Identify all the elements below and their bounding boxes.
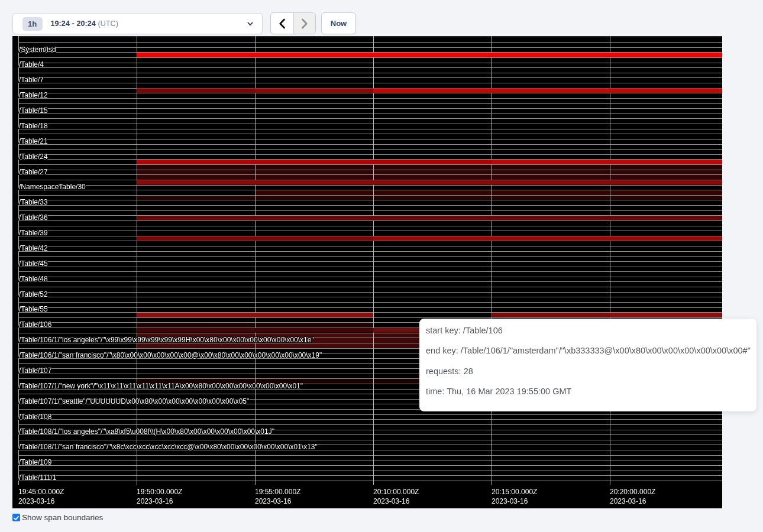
svg-text:19:50:00.000Z: 19:50:00.000Z (137, 488, 182, 496)
svg-text:/Table/108: /Table/108 (19, 413, 52, 421)
svg-text:/Table/108/1/"san francisco"/": /Table/108/1/"san francisco"/"\x8c\xcc\x… (19, 443, 318, 451)
svg-text:/System/tsd: /System/tsd (19, 46, 56, 54)
svg-text:20:15:00.000Z: 20:15:00.000Z (492, 488, 537, 496)
svg-text:/Table/15: /Table/15 (19, 106, 48, 115)
svg-text:2023-03-16: 2023-03-16 (492, 497, 528, 505)
svg-text:/Table/21: /Table/21 (19, 137, 48, 145)
svg-text:19:55:00.000Z: 19:55:00.000Z (255, 488, 300, 496)
svg-text:/Table/106/1/"san francisco"/": /Table/106/1/"san francisco"/"\x80\x00\x… (19, 351, 322, 359)
svg-text:/Table/111/1: /Table/111/1 (19, 473, 57, 482)
svg-text:/Table/27: /Table/27 (19, 168, 48, 176)
svg-text:/Table/12: /Table/12 (19, 91, 48, 99)
svg-text:/NamespaceTable/30: /NamespaceTable/30 (19, 183, 86, 191)
svg-text:/Table/106: /Table/106 (19, 320, 52, 329)
svg-text:2023-03-16: 2023-03-16 (610, 497, 646, 505)
svg-text:/Table/36: /Table/36 (19, 213, 48, 222)
svg-text:/Table/55: /Table/55 (19, 305, 48, 313)
svg-text:/Table/48: /Table/48 (19, 275, 48, 283)
svg-text:/Table/107/1/"new york"/"\x11\: /Table/107/1/"new york"/"\x11\x11\x11\x1… (19, 382, 303, 390)
svg-text:/Table/107/1/"seattle"/"UUUUUU: /Table/107/1/"seattle"/"UUUUUUD\x00\x80\… (19, 397, 249, 406)
svg-text:/Table/52: /Table/52 (19, 290, 48, 299)
svg-text:2023-03-16: 2023-03-16 (255, 497, 292, 505)
svg-text:2023-03-16: 2023-03-16 (373, 497, 410, 505)
svg-text:2023-03-16: 2023-03-16 (18, 497, 55, 505)
svg-text:/Table/18: /Table/18 (19, 122, 48, 130)
svg-text:2023-03-16: 2023-03-16 (137, 497, 173, 505)
svg-text:/Table/33: /Table/33 (19, 198, 48, 206)
svg-text:/Table/39: /Table/39 (19, 229, 48, 237)
svg-text:/Table/108/1/"los angeles"/"\x: /Table/108/1/"los angeles"/"\xa8\xf5\u00… (19, 427, 274, 436)
svg-text:/Table/107: /Table/107 (19, 366, 52, 375)
svg-text:20:20:00.000Z: 20:20:00.000Z (610, 488, 655, 496)
svg-text:20:10:00.000Z: 20:10:00.000Z (373, 488, 419, 496)
svg-text:/Table/106/1/"los angeles"/"\x: /Table/106/1/"los angeles"/"\x99\x99\x99… (19, 336, 314, 344)
svg-text:/Table/4: /Table/4 (19, 60, 44, 69)
svg-text:19:45:00.000Z: 19:45:00.000Z (18, 488, 64, 496)
svg-text:/Table/7: /Table/7 (19, 76, 44, 84)
svg-text:/Table/42: /Table/42 (19, 244, 48, 252)
svg-text:/Table/109: /Table/109 (19, 458, 52, 466)
svg-text:/Table/24: /Table/24 (19, 153, 48, 161)
svg-text:/Table/45: /Table/45 (19, 259, 48, 268)
